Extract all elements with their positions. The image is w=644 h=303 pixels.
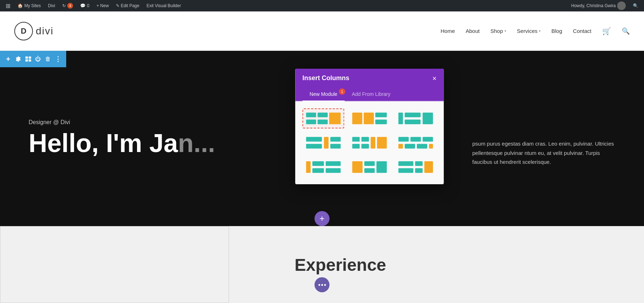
nav-services[interactable]: Services ▾ <box>517 28 541 34</box>
svg-rect-10 <box>364 113 374 124</box>
svg-rect-9 <box>352 113 362 124</box>
left-content-box <box>0 226 229 303</box>
svg-rect-16 <box>423 113 433 124</box>
svg-rect-4 <box>306 113 316 117</box>
svg-rect-12 <box>375 119 387 124</box>
updates-menu[interactable]: ↻ 4 <box>59 0 76 11</box>
updates-badge: 4 <box>67 3 73 9</box>
tab-add-library[interactable]: Add From Library <box>345 88 397 101</box>
tab-new-module[interactable]: New Module 1 <box>302 88 345 101</box>
my-sites-menu[interactable]: 🏠 My Sites <box>15 0 44 11</box>
layout-option-3[interactable] <box>395 108 436 128</box>
new-label: + New <box>97 3 109 8</box>
svg-rect-47 <box>415 168 423 173</box>
svg-rect-26 <box>352 144 360 148</box>
search-icon: 🔍 <box>633 3 638 8</box>
nav-cart-btn[interactable]: 🛒 <box>602 27 611 35</box>
search-btn[interactable]: 🔍 <box>630 3 641 8</box>
edit-page-label: ✎ Edit Page <box>116 3 139 8</box>
experience-title: Experience <box>294 255 386 274</box>
nav-home[interactable]: Home <box>440 28 455 34</box>
user-avatar <box>617 1 626 10</box>
settings-btn[interactable] <box>14 53 22 65</box>
svg-rect-24 <box>371 137 375 148</box>
layout-option-6[interactable] <box>395 133 436 153</box>
svg-rect-34 <box>429 144 433 148</box>
svg-rect-20 <box>330 137 341 142</box>
comment-icon: 💬 <box>80 3 86 8</box>
power-btn[interactable]: ⏻ <box>34 53 42 65</box>
my-sites-label: My Sites <box>24 3 41 8</box>
svg-rect-33 <box>417 144 427 148</box>
layout-option-2[interactable] <box>348 108 390 128</box>
nav-shop-label: Shop <box>491 28 503 34</box>
svg-rect-42 <box>364 168 375 173</box>
new-content-menu[interactable]: + New <box>94 0 112 11</box>
svg-rect-11 <box>375 113 387 117</box>
modal-tabs: New Module 1 Add From Library <box>295 88 444 101</box>
svg-rect-2 <box>25 59 28 62</box>
svg-rect-0 <box>25 57 28 59</box>
svg-rect-39 <box>326 168 341 173</box>
shop-dropdown-arrow: ▾ <box>504 29 506 33</box>
insert-columns-modal: Insert Columns × New Module 1 Add From L… <box>295 69 444 184</box>
svg-rect-19 <box>324 137 328 148</box>
svg-rect-6 <box>329 113 341 124</box>
layout-option-7[interactable] <box>302 157 344 177</box>
wordpress-logo: ⊞ <box>6 3 10 9</box>
columns-grid <box>302 108 436 177</box>
svg-rect-37 <box>312 168 324 173</box>
svg-rect-36 <box>312 161 324 166</box>
builder-toolbar: + ⏻ 🗑 ⋮ <box>0 51 66 67</box>
svg-rect-13 <box>398 113 403 124</box>
nav-about[interactable]: About <box>465 28 479 34</box>
hero-subtitle: Designer @ Divi <box>29 119 215 126</box>
exit-vb-btn[interactable]: Exit Visual Builder <box>143 0 184 11</box>
modal-close-btn[interactable]: × <box>433 75 437 82</box>
logo-letter: D <box>21 26 26 36</box>
module-add-btn[interactable] <box>314 277 330 292</box>
svg-rect-8 <box>318 119 328 124</box>
layout-btn[interactable] <box>24 53 32 65</box>
nav-contact-label: Contact <box>573 28 591 34</box>
svg-rect-38 <box>326 161 341 166</box>
svg-rect-31 <box>398 144 403 148</box>
add-section-btn[interactable]: + <box>314 211 330 226</box>
comments-menu[interactable]: 💬 0 <box>77 0 92 11</box>
nav-search-btn[interactable]: 🔍 <box>622 27 630 35</box>
svg-rect-44 <box>398 161 413 166</box>
svg-rect-18 <box>306 144 322 148</box>
sites-icon: 🏠 <box>18 3 23 8</box>
add-element-btn[interactable]: + <box>4 53 12 65</box>
svg-rect-43 <box>376 161 387 173</box>
site-logo[interactable]: D divi <box>14 22 54 40</box>
hero-title: Hello, I'm Jan... <box>29 129 215 157</box>
site-header: D divi Home About Shop ▾ Services ▾ Blog… <box>0 11 644 51</box>
svg-rect-45 <box>398 168 413 173</box>
layout-option-9[interactable] <box>395 157 436 177</box>
trash-btn[interactable]: 🗑 <box>44 53 52 65</box>
layout-option-1[interactable] <box>302 108 344 128</box>
nav-home-label: Home <box>440 28 455 34</box>
svg-rect-25 <box>377 137 387 148</box>
nav-blog[interactable]: Blog <box>551 28 562 34</box>
svg-rect-32 <box>405 144 415 148</box>
user-greeting[interactable]: Howdy, Christina Gwira <box>569 1 629 10</box>
layout-option-8[interactable] <box>348 157 390 177</box>
nav-services-label: Services <box>517 28 538 34</box>
more-options-btn[interactable]: ⋮ <box>54 53 62 65</box>
edit-page-btn[interactable]: ✎ Edit Page <box>113 0 142 11</box>
main-area: + ⏻ 🗑 ⋮ Designer @ Divi Hello, I'm Jan..… <box>0 51 644 303</box>
bottom-section: Experience <box>0 226 644 303</box>
layout-option-4[interactable] <box>302 133 344 153</box>
layout-option-5[interactable] <box>348 133 390 153</box>
svg-rect-15 <box>405 119 420 124</box>
nav-contact[interactable]: Contact <box>573 28 591 34</box>
svg-rect-1 <box>29 57 31 59</box>
comments-count: 0 <box>87 3 89 8</box>
nav-about-label: About <box>465 28 479 34</box>
wp-icon[interactable]: ⊞ <box>3 0 13 11</box>
divi-menu[interactable]: Divi <box>45 0 58 11</box>
svg-rect-23 <box>361 137 369 142</box>
nav-shop[interactable]: Shop ▾ <box>491 28 506 34</box>
